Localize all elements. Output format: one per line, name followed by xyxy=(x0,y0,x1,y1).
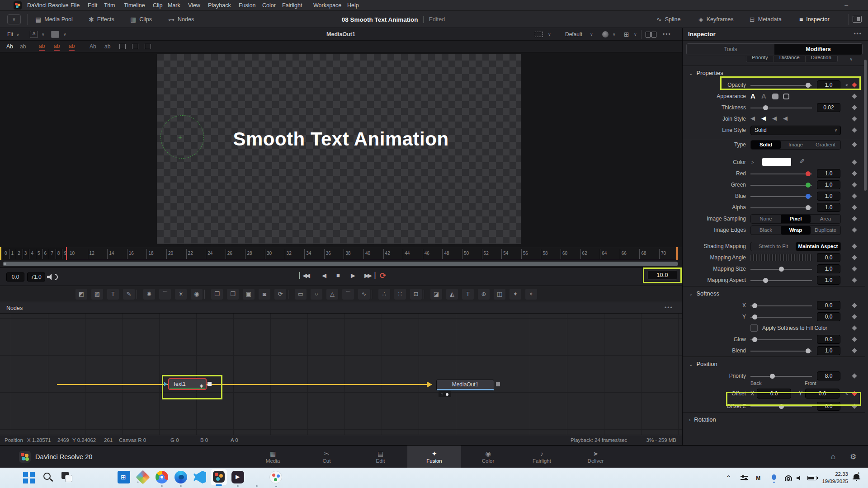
toolbar-button-metadata[interactable]: ⊟Metadata xyxy=(750,11,782,28)
menu-item-edit[interactable]: Edit xyxy=(86,0,99,11)
option-pixel[interactable]: Pixel xyxy=(781,215,811,223)
option-maintain-aspect[interactable]: Maintain Aspect xyxy=(796,242,840,251)
keyframe-diamond-icon[interactable] xyxy=(852,255,857,260)
option-stretch-to-fit[interactable]: Stretch to Fit xyxy=(751,242,796,251)
type-tool-1[interactable]: ab xyxy=(20,41,26,52)
type-tool-box-2[interactable] xyxy=(145,44,151,49)
fusion-tool-merge-alt[interactable]: ❒ xyxy=(227,289,239,300)
keyframe-diamond-icon[interactable] xyxy=(852,325,857,330)
type-tool-box-1[interactable] xyxy=(132,44,138,49)
project-manager-icon[interactable]: ⌂ xyxy=(831,446,835,468)
toolbar-button-clips[interactable]: ▥Clips xyxy=(130,11,152,28)
type-tool-3[interactable]: ab xyxy=(54,42,60,51)
viewer-canvas[interactable]: + Smooth Text Animation xyxy=(0,52,682,247)
tray-mic-icon[interactable] xyxy=(772,474,776,480)
page-tab-color[interactable]: ◉Color xyxy=(461,446,515,468)
nodes-more-menu[interactable]: ••• xyxy=(665,302,673,313)
fusion-tool-image-plane-3d[interactable]: ◪ xyxy=(430,289,442,300)
value-field-glow[interactable]: 0.0 xyxy=(817,335,840,344)
keyframe-diamond-icon[interactable] xyxy=(852,94,857,99)
toolbar-button-inspector[interactable]: ≡Inspector xyxy=(799,11,830,28)
value-field-mapping-angle[interactable]: 0.0 xyxy=(817,253,840,262)
settings-gear-icon[interactable]: ⚙ xyxy=(850,446,856,468)
keyframe-diamond-icon[interactable] xyxy=(852,303,857,308)
slider-handle-green[interactable] xyxy=(806,183,811,188)
taskbar-icon-calculator[interactable] xyxy=(250,471,263,483)
inspector-tab-tools[interactable]: Tools xyxy=(687,44,774,55)
tray-equalizer-icon[interactable] xyxy=(741,475,748,481)
minimize-glyph[interactable]: – xyxy=(844,0,848,11)
node-connection-wire[interactable] xyxy=(57,384,429,385)
option-duplicate[interactable]: Duplicate xyxy=(811,226,840,235)
type-tool-4[interactable]: ab xyxy=(69,42,75,51)
taskbar-icon-vscode[interactable] xyxy=(193,471,206,483)
tray-volume-icon[interactable] xyxy=(797,476,802,480)
inspector-more-menu[interactable]: ••• xyxy=(854,28,862,40)
page-tab-media[interactable]: ▦Media xyxy=(246,446,300,468)
keyframe-diamond-icon[interactable] xyxy=(852,337,857,342)
taskbar-icon-start[interactable] xyxy=(23,471,35,483)
option-gradient[interactable]: Gradient xyxy=(811,141,840,149)
eyedropper-icon[interactable]: ✎ xyxy=(799,158,805,165)
row-control-image-edges[interactable]: BlackWrapDuplicate xyxy=(750,225,841,236)
keyframe-diamond-icon[interactable] xyxy=(852,116,857,121)
row-control-color[interactable]: >✎ xyxy=(750,157,841,168)
inspector-scrollbar[interactable] xyxy=(864,60,867,191)
slider-handle-softness-y[interactable] xyxy=(752,314,757,319)
value-field-mapping-aspect[interactable]: 1.0 xyxy=(817,276,840,285)
inspector-tab-modifiers[interactable]: Modifiers xyxy=(774,44,862,55)
row-control-mapping-size[interactable]: 1.0 xyxy=(750,263,841,275)
dual-viewer-icon[interactable] xyxy=(646,32,651,38)
value-field-blue[interactable]: 1.0 xyxy=(817,192,840,201)
taskbar-icon-search[interactable] xyxy=(43,473,51,480)
go-to-start-button[interactable]: ▏◀◀ xyxy=(299,272,309,279)
row-control-thickness[interactable]: 0.02 xyxy=(750,102,841,113)
row-control-shading-mapping[interactable]: Stretch to FitMaintain Aspect xyxy=(750,241,841,252)
menu-item-view[interactable]: View xyxy=(186,0,202,11)
keyframe-diamond-icon[interactable] xyxy=(852,205,857,210)
fusion-tool-ellipse-mask[interactable]: ○ xyxy=(311,289,322,300)
page-tab-edit[interactable]: ▤Edit xyxy=(354,446,407,468)
loop-button[interactable]: ⟳ xyxy=(380,271,386,281)
checkbox-apply-softness[interactable] xyxy=(750,324,758,332)
appearance-outline-icon[interactable]: A xyxy=(761,92,766,100)
clipped-option-distance[interactable]: Distance xyxy=(774,56,806,62)
node-mediaout1[interactable]: MediaOut1 xyxy=(436,380,494,391)
fusion-tool-merge-3d[interactable]: ⊕ xyxy=(478,289,490,300)
grid-icon[interactable]: ⊞ xyxy=(624,28,629,41)
taskbar-icon-resolve[interactable] xyxy=(211,469,227,485)
fusion-tool-paint[interactable]: ✎ xyxy=(123,289,135,300)
section-header-rotation[interactable]: ›Rotation xyxy=(683,412,865,426)
time-ruler[interactable]: 0123456789101214161820222426283032343638… xyxy=(0,247,682,260)
mediaout1-output-connector[interactable] xyxy=(496,382,500,386)
mediaout1-view-badge[interactable] xyxy=(439,391,451,397)
play-forward-button[interactable]: ▶ xyxy=(351,272,354,279)
thumbwheel-mapping-angle[interactable] xyxy=(750,254,812,261)
value-field-green[interactable]: 1.0 xyxy=(817,180,840,189)
slider-handle-blue[interactable] xyxy=(806,194,811,199)
slider-handle-mapping-aspect[interactable] xyxy=(763,278,768,283)
slider-handle-mapping-size[interactable] xyxy=(779,267,784,272)
keyframe-diamond-icon[interactable] xyxy=(852,216,857,221)
slider-handle-blend[interactable] xyxy=(806,348,811,353)
toolbar-button-nodes[interactable]: ⊶Nodes xyxy=(168,11,194,28)
menu-item-color[interactable]: Color xyxy=(260,0,278,11)
fusion-tool-text-plus[interactable]: T xyxy=(107,289,119,300)
clipped-option-direction[interactable]: Direction xyxy=(806,56,837,62)
dropdown-line-style[interactable]: Solid∨ xyxy=(750,126,841,135)
type-tool-0[interactable]: Ab xyxy=(6,41,13,52)
fusion-tool-particle-render[interactable]: ⊡ xyxy=(410,289,422,300)
keyframe-diamond-icon[interactable] xyxy=(852,182,857,187)
taskbar-icon-edge[interactable] xyxy=(175,471,187,483)
page-tab-deliver[interactable]: ➤Deliver xyxy=(569,446,623,468)
fusion-tool-light-3d[interactable]: ✦ xyxy=(509,289,521,300)
viewer-more-menu[interactable]: ••• xyxy=(663,28,671,41)
keyframe-diamond-icon[interactable] xyxy=(852,266,857,271)
row-control-glow[interactable]: 0.0 xyxy=(750,334,841,345)
join-style-icon-3[interactable]: ◀ xyxy=(783,115,788,122)
slider-handle-alpha[interactable] xyxy=(806,205,811,210)
value-field-thickness[interactable]: 0.02 xyxy=(817,103,840,112)
row-control-priority[interactable]: 8.0 xyxy=(750,371,841,382)
menu-item-workspace[interactable]: Workspace xyxy=(311,0,343,11)
tray-chevron-icon[interactable]: ⌃ xyxy=(726,468,731,488)
